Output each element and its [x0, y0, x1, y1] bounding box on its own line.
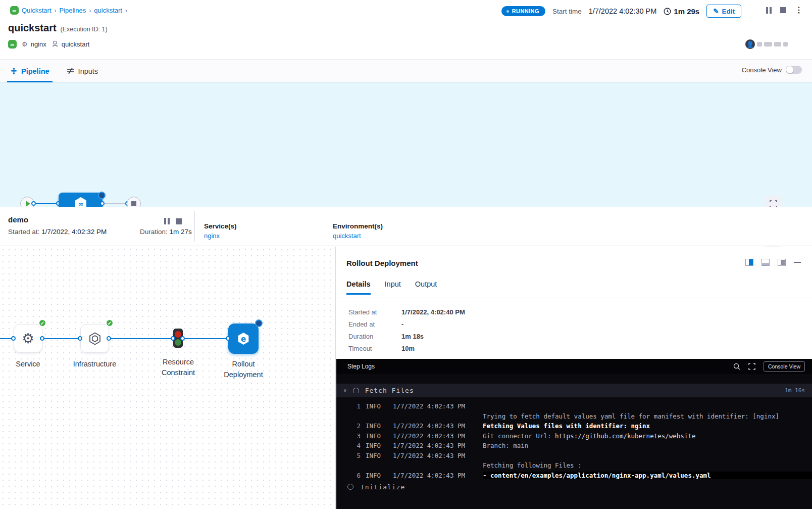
status-badge: RUNNING	[501, 6, 545, 16]
started-at-value: 1/7/2022, 4:02:32 PM	[41, 228, 107, 236]
detail-row: Ended at-	[348, 320, 465, 328]
layout-minimized-view-button[interactable]	[778, 259, 786, 266]
environments-label: Environment(s)	[333, 222, 383, 230]
traffic-light-red-icon	[175, 331, 181, 338]
service-tag[interactable]: ⚙ nginx	[22, 40, 46, 48]
detail-row: Timeout10m	[348, 345, 465, 352]
logs-console-view-button[interactable]: Console View	[764, 361, 805, 372]
step-details-table: Started at1/7/2022, 4:02:40 PM Ended at-…	[348, 308, 465, 357]
svg-text:e: e	[241, 335, 246, 344]
hexagon-icon	[88, 332, 102, 346]
breadcrumb-pipeline-name[interactable]: quickstart	[94, 7, 122, 14]
stage-pause-button[interactable]	[164, 218, 170, 224]
expand-icon[interactable]	[748, 363, 755, 370]
abort-button[interactable]	[780, 7, 786, 13]
tab-pipeline-label: Pipeline	[21, 67, 49, 75]
tab-output[interactable]: Output	[415, 280, 437, 295]
log-lines[interactable]: 1INFO1/7/2022 4:02:43 PM Trying to fetch…	[336, 401, 812, 480]
start-time-label: Start time	[552, 8, 582, 15]
layout-bottom-view-button[interactable]	[762, 259, 770, 266]
stage-name: demo	[8, 215, 28, 224]
pencil-icon: ✎	[713, 7, 719, 15]
tab-pipeline[interactable]: Pipeline	[10, 60, 49, 82]
connector-dot	[11, 336, 16, 341]
traffic-light-green-icon	[175, 339, 181, 346]
console-view-toggle[interactable]	[786, 66, 802, 74]
gear-icon: ⚙	[22, 40, 28, 48]
console-view-label: Console View	[742, 66, 782, 74]
rollout-icon: e	[235, 331, 251, 347]
tab-details[interactable]: Details	[346, 280, 371, 295]
log-section-name: Initialize	[361, 483, 405, 491]
git-url-link[interactable]: https://github.com/kubernetes/website	[555, 432, 695, 440]
running-spinner-icon	[98, 192, 106, 199]
gear-icon: ⚙	[22, 331, 34, 347]
step-logs-title: Step Logs	[347, 363, 375, 370]
duration-value: 1m 27s	[170, 228, 192, 236]
step-node-infrastructure[interactable]	[80, 324, 109, 353]
environment-tag-label: quickstart	[62, 40, 90, 48]
clock-icon	[664, 8, 671, 15]
pipeline-icon	[10, 67, 18, 75]
svg-text:∞: ∞	[78, 200, 83, 208]
environment-icon	[52, 41, 59, 48]
divider	[194, 211, 195, 242]
status-spinner-icon	[506, 10, 509, 13]
more-options-button[interactable]: ⋮	[795, 6, 803, 14]
stage-stop-button[interactable]	[176, 218, 182, 224]
search-icon[interactable]	[733, 363, 740, 370]
view-tab-bar: Pipeline Inputs Console View	[0, 59, 812, 82]
log-line: 5INFO1/7/2022 4:02:43 PM	[336, 451, 812, 461]
pause-button[interactable]	[766, 7, 772, 14]
started-at-label: Started at:	[8, 228, 39, 236]
step-label-rollout-deployment: RolloutDeployment	[218, 359, 269, 380]
pipeline-canvas[interactable]: ∞ demo	[0, 82, 812, 207]
log-line: 3INFO1/7/2022 4:02:43 PM Git connector U…	[336, 431, 812, 441]
redacted-text	[764, 42, 772, 47]
breadcrumb-pipelines[interactable]: Pipelines	[60, 7, 86, 14]
redacted-text	[783, 42, 788, 47]
connector-dot	[171, 336, 175, 341]
log-line: 4INFO1/7/2022 4:02:43 PMBranch: main	[336, 441, 812, 451]
step-node-service[interactable]: ⚙	[14, 324, 42, 353]
execution-graph-canvas[interactable]: ⚙ ✓ ✓ e Service Infrastructure ResourceC…	[0, 247, 336, 509]
step-detail-panel: Rollout Deployment Details Input Output …	[336, 247, 812, 509]
environment-tag[interactable]: quickstart	[52, 40, 90, 48]
harness-logo-icon: ∞	[10, 6, 19, 15]
services-label: Service(s)	[204, 222, 237, 230]
elapsed-time: 1m 29s	[664, 7, 699, 16]
log-section-initialize[interactable]: Initialize	[336, 480, 812, 494]
detail-row: Duration1m 18s	[348, 333, 465, 340]
tab-inputs[interactable]: Inputs	[67, 60, 98, 82]
loading-spinner-icon	[353, 388, 359, 394]
start-time-value: 1/7/2022 4:02:30 PM	[589, 7, 657, 15]
page-header: ∞ Quickstart › Pipelines › quickstart › …	[0, 0, 812, 59]
step-label-service: Service	[4, 359, 53, 369]
log-line: Trying to fetch default values yaml file…	[336, 411, 812, 422]
edit-button[interactable]: ✎ Edit	[706, 5, 741, 18]
redacted-text	[774, 42, 781, 47]
tab-input[interactable]: Input	[385, 280, 401, 295]
log-line: 1INFO1/7/2022 4:02:43 PM	[336, 401, 812, 411]
log-section-fetch-files[interactable]: ∨ Fetch Files 1m 16s	[336, 384, 812, 397]
step-label-resource-constraint: ResourceConstraint	[153, 357, 204, 378]
environment-link[interactable]: quickstart	[333, 232, 383, 240]
layout-right-view-button[interactable]	[745, 259, 753, 266]
step-panel-title: Rollout Deployment	[346, 259, 418, 267]
detail-row: Started at1/7/2022, 4:02:40 PM	[348, 308, 465, 316]
execution-id: (Execution ID: 1)	[61, 26, 108, 33]
step-node-rollout-deployment[interactable]: e	[228, 323, 259, 354]
stage-summary-bar: demo Started at: 1/7/2022, 4:02:32 PM Du…	[0, 207, 812, 246]
success-check-icon: ✓	[106, 319, 114, 327]
connector-dot	[31, 201, 36, 206]
breadcrumb-quickstart[interactable]: Quickstart	[22, 7, 52, 14]
play-icon	[26, 201, 30, 207]
service-link[interactable]: nginx	[204, 232, 237, 240]
log-line: Fetching following Files :	[336, 460, 812, 471]
log-line: 2INFO1/7/2022 4:02:43 PMFetching Values …	[336, 421, 812, 431]
minimize-panel-button[interactable]	[794, 262, 801, 263]
log-section-duration: 1m 16s	[785, 387, 805, 394]
step-label-infrastructure: Infrastructure	[62, 359, 128, 369]
divider	[336, 298, 812, 298]
inputs-icon	[67, 67, 75, 75]
